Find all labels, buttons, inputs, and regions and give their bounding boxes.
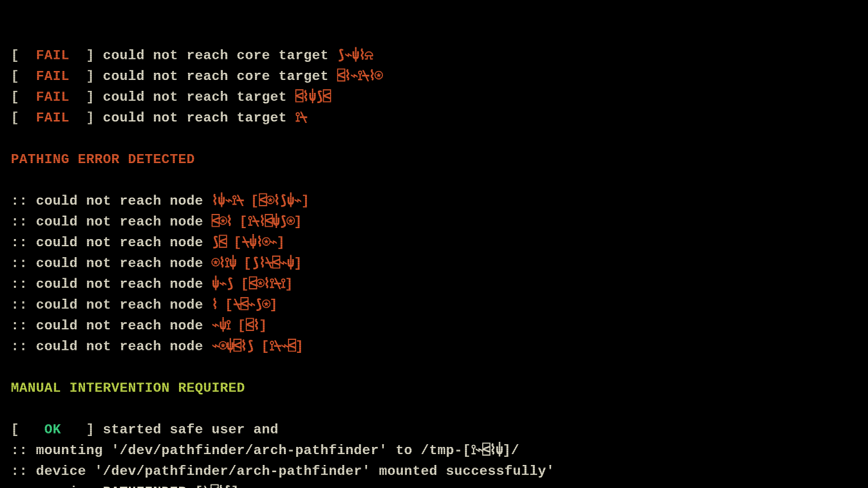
fail-message: could not reach target <box>103 110 296 126</box>
node-message: could not reach node <box>36 256 212 271</box>
corrupt-path-glyph: ⟟⌁⍃⌇⍦ <box>471 439 503 460</box>
status-bracket-close: ] <box>61 422 103 437</box>
node-bracket-close: ] <box>294 256 302 271</box>
corrupt-node-addr-glyph: ⍃⍟⌇⟆⍦⌁ <box>259 190 301 211</box>
corrupt-node-addr-glyph: ⍃⍟⌇⟟⍀⟟ <box>249 273 285 294</box>
node-bracket-open: [ <box>261 339 269 354</box>
node-bracket-close: ] <box>277 235 285 250</box>
line-prefix: :: <box>11 256 36 271</box>
node-bracket-close: ] <box>295 339 304 354</box>
boot-info-line: :: device '/dev/pathfinder/arch-pathfind… <box>11 461 857 482</box>
status-fail: FAIL <box>36 110 70 126</box>
status-bracket-close: ] <box>70 110 103 126</box>
corrupt-node-id-glyph: ⌇⍦⌁⟟⍀ <box>212 190 250 211</box>
blank-line <box>11 128 857 149</box>
boot-info-line: :: mounting '/dev/pathfinder/arch-pathfi… <box>11 440 857 461</box>
info-text: :: mounting '/dev/pathfinder/arch-pathfi… <box>11 443 471 458</box>
corrupt-node-addr-glyph: ⟟⍀⌁⍃ <box>269 335 295 356</box>
corrupt-node-addr-glyph: ⍀⍃⌁⟆⍟ <box>233 294 269 314</box>
node-bracket-open: [ <box>243 256 252 271</box>
node-error-line: :: could not reach node ⌁⍦⟟ [⍃⌇] <box>11 315 857 336</box>
boot-fail-line: [ FAIL ] could not reach core target ⟆⌁⍦… <box>11 45 857 66</box>
boot-terminal: [ FAIL ] could not reach core target ⟆⌁⍦… <box>0 0 868 488</box>
status-fail: FAIL <box>36 48 70 63</box>
boot-info-line: :: running PATHFINDER [⍀⍃⌇⟆] <box>11 482 857 488</box>
fail-message: could not reach target <box>103 89 296 105</box>
node-error-line: :: could not reach node ⟆⍃ [⍀⍦⌇⍟⌁] <box>11 232 857 253</box>
corrupt-node-id-glyph: ⍟⌇⟟⍦ <box>212 252 243 273</box>
ok-message: started safe user and <box>103 422 279 437</box>
corrupt-target-glyph: ⍃⌇⍦⟆⍃ <box>295 86 330 107</box>
node-bracket-close: ] <box>301 193 310 209</box>
blank-line <box>11 399 857 419</box>
status-bracket-open: [ <box>11 422 44 437</box>
status-fail: FAIL <box>36 89 70 105</box>
node-bracket-close: ] <box>285 277 293 292</box>
node-error-line: :: could not reach node ⌁⍟⍦⍃⌇⟆ [⟟⍀⌁⍃] <box>11 336 857 357</box>
pathing-error-text: PATHING ERROR DETECTED <box>11 152 195 167</box>
pathing-error-header: PATHING ERROR DETECTED <box>11 149 857 170</box>
node-message: could not reach node <box>36 193 212 209</box>
node-message: could not reach node <box>36 297 212 313</box>
status-bracket-open: [ <box>11 69 36 84</box>
status-fail: FAIL <box>36 69 70 84</box>
corrupt-node-id-glyph: ⍦⌁⟆ <box>212 273 241 294</box>
status-ok: OK <box>44 422 61 437</box>
node-error-line: :: could not reach node ⌇ [⍀⍃⌁⟆⍟] <box>11 295 857 315</box>
corrupt-node-id-glyph: ⌇ <box>212 294 225 314</box>
node-message: could not reach node <box>36 277 212 292</box>
info-text: :: running PATHFINDER [ <box>11 484 203 488</box>
boot-fail-line: [ FAIL ] could not reach core target ⍃⌇⌁… <box>11 66 857 87</box>
line-prefix: :: <box>11 339 36 354</box>
corrupt-node-id-glyph: ⌁⍦⟟ <box>212 314 237 335</box>
status-bracket-open: [ <box>11 89 36 105</box>
node-message: could not reach node <box>36 235 212 250</box>
corrupt-node-addr-glyph: ⍀⍦⌇⍟⌁ <box>242 231 277 252</box>
node-bracket-close: ] <box>269 297 278 313</box>
corrupt-node-addr-glyph: ⟆⌇⍀⍃⌁⍦ <box>252 252 294 273</box>
blank-line <box>11 170 857 191</box>
node-bracket-open: [ <box>233 235 242 250</box>
node-bracket-close: ] <box>294 214 302 230</box>
node-bracket-close: ] <box>259 318 268 333</box>
node-message: could not reach node <box>36 214 212 230</box>
status-bracket-close: ] <box>70 89 103 105</box>
corrupt-target-glyph: ⍃⌇⌁⟟⍀⌇⍟ <box>337 65 382 86</box>
node-error-line: :: could not reach node ⌇⍦⌁⟟⍀ [⍃⍟⌇⟆⍦⌁] <box>11 191 857 211</box>
corrupt-node-id-glyph: ⟆⍃ <box>212 231 233 252</box>
boot-fail-line: [ FAIL ] could not reach target ⍃⌇⍦⟆⍃ <box>11 87 857 108</box>
line-prefix: :: <box>11 193 36 209</box>
node-error-line: :: could not reach node ⍟⌇⟟⍦ [⟆⌇⍀⍃⌁⍦] <box>11 253 857 274</box>
status-bracket-close: ] <box>70 48 103 63</box>
status-bracket-open: [ <box>11 48 36 63</box>
corrupt-node-id-glyph: ⍃⍟⌇ <box>212 211 239 231</box>
info-text-tail: ]/ <box>503 443 519 458</box>
fail-message: could not reach core target <box>103 48 337 63</box>
info-text-tail: ] <box>231 484 240 488</box>
line-prefix: :: <box>11 297 36 313</box>
line-prefix: :: <box>11 235 36 250</box>
status-bracket-close: ] <box>70 69 103 84</box>
node-bracket-open: [ <box>250 193 259 209</box>
node-message: could not reach node <box>36 318 212 333</box>
corrupt-node-id-glyph: ⌁⍟⍦⍃⌇⟆ <box>212 335 261 356</box>
node-message: could not reach node <box>36 339 212 354</box>
manual-intervention-text: MANUAL INTERVENTION REQUIRED <box>11 380 245 396</box>
node-bracket-open: [ <box>225 297 233 313</box>
line-prefix: :: <box>11 214 36 230</box>
blank-line <box>11 357 857 378</box>
corrupt-target-glyph: ⟟⍀ <box>295 107 307 127</box>
corrupt-node-addr-glyph: ⟟⍀⌇⍃⍦⟆⍟ <box>248 211 294 231</box>
status-bracket-open: [ <box>11 110 36 126</box>
manual-intervention-header: MANUAL INTERVENTION REQUIRED <box>11 378 857 399</box>
node-error-line: :: could not reach node ⍦⌁⟆ [⍃⍟⌇⟟⍀⟟] <box>11 274 857 295</box>
corrupt-path-glyph: ⍀⍃⌇⟆ <box>203 481 231 488</box>
boot-fail-line: [ FAIL ] could not reach target ⟟⍀ <box>11 108 857 128</box>
info-text: :: device '/dev/pathfinder/arch-pathfind… <box>11 464 555 479</box>
line-prefix: :: <box>11 277 36 292</box>
boot-ok-line: [ OK ] started safe user and <box>11 419 857 440</box>
node-error-line: :: could not reach node ⍃⍟⌇ [⟟⍀⌇⍃⍦⟆⍟] <box>11 211 857 232</box>
line-prefix: :: <box>11 318 36 333</box>
node-bracket-open: [ <box>237 318 246 333</box>
corrupt-node-addr-glyph: ⍃⌇ <box>246 314 259 335</box>
